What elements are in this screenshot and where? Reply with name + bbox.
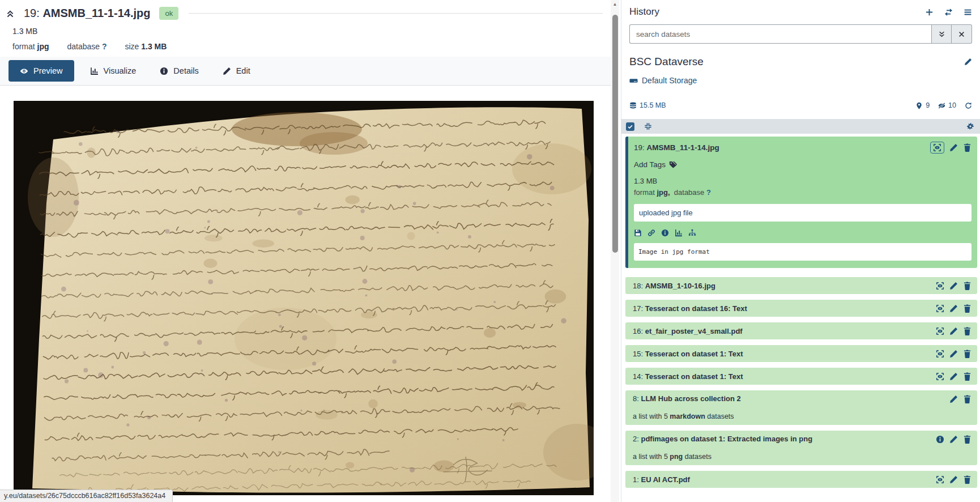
tags-icon [669,161,677,169]
history-item-format: format jpg, database ? [634,188,972,197]
dataset-peek-text: Image in jpg format [634,243,972,261]
history-size[interactable]: 15.5 MB [629,101,666,109]
manuscript-image [14,101,594,495]
collapse-all-icon[interactable] [644,122,652,130]
info-icon [160,67,168,75]
collapse-panel-icon[interactable] [6,9,15,18]
sitemap-icon[interactable] [688,229,696,237]
display-icon[interactable] [936,304,944,313]
history-item[interactable]: 17: Tesseract on dataset 16: Text [625,300,977,317]
tab-details[interactable]: Details [152,60,206,82]
history-item[interactable]: 2: pdfimages on dataset 1: Extracted ima… [625,431,977,465]
link-icon[interactable] [647,229,655,237]
database-link[interactable]: ? [102,42,107,51]
display-dataset-button[interactable] [930,142,944,154]
history-item-title: 15: Tesseract on dataset 1: Text [633,350,743,358]
edit-icon[interactable] [949,327,958,335]
history-item-actions [949,395,972,403]
database-icon [629,102,637,109]
display-icon[interactable] [936,372,944,381]
history-item-actions [936,475,972,484]
history-title: History [629,6,659,18]
history-item[interactable]: 15: Tesseract on dataset 1: Text [625,345,977,362]
history-item-expanded[interactable]: 19: AMSMB_11-1-14.jpg Add Tags [625,137,977,268]
select-all-checkbox[interactable] [626,122,634,131]
selection-toolbar [621,119,980,134]
galaxy-app: 19: AMSMB_11-1-14.jpg ok 1.3 MB format j… [0,0,980,502]
new-history-plus-icon[interactable] [925,8,934,16]
dataset-preview-image [14,101,594,495]
gear-icon[interactable] [966,122,974,130]
history-dataset-list: 19: AMSMB_11-1-14.jpg Add Tags [621,137,980,488]
history-search [629,24,972,44]
edit-icon[interactable] [949,143,958,152]
delete-icon[interactable] [963,143,972,152]
edit-history-name-icon[interactable] [964,58,972,66]
history-item-title: 14: Tesseract on dataset 1: Text [633,372,743,381]
shown-datasets-count[interactable]: 9 [915,101,930,109]
browser-status-url: y.eu/datasets/26c75dcccb616ac82ff16d53fa… [0,490,173,502]
delete-icon[interactable] [963,475,972,484]
tab-visualize[interactable]: Visualize [82,60,144,82]
display-icon[interactable] [936,282,944,290]
history-item[interactable]: 1: EU AI ACT.pdf [625,471,977,488]
delete-icon[interactable] [963,282,972,290]
edit-icon[interactable] [949,304,958,313]
history-item-actions [936,304,972,313]
info-icon[interactable] [936,435,944,444]
edit-icon[interactable] [949,395,958,403]
display-icon[interactable] [936,327,944,335]
delete-icon[interactable] [963,372,972,381]
delete-icon[interactable] [963,395,972,403]
history-item-title: 2: pdfimages on dataset 1: Extracted ima… [633,435,812,443]
history-item[interactable]: 16: et_fair_poster_v4_small.pdf [625,322,977,339]
eye-slash-icon [938,102,945,109]
map-marker-icon [915,102,923,109]
edit-icon[interactable] [949,350,958,358]
delete-icon[interactable] [963,350,972,358]
hidden-datasets-count[interactable]: 10 [938,101,956,109]
chart-icon[interactable] [675,229,683,237]
advanced-search-button[interactable] [931,24,952,44]
tab-edit[interactable]: Edit [215,60,258,82]
search-input[interactable] [629,24,931,44]
edit-icon[interactable] [949,282,958,290]
dataset-info-box: uploaded jpg file [634,204,972,222]
delete-icon[interactable] [963,327,972,335]
close-icon [958,31,965,38]
history-item-actions [936,327,972,335]
display-icon [933,143,941,152]
history-item[interactable]: 14: Tesseract on dataset 1: Text [625,368,977,385]
dataset-main-panel: 19: AMSMB_11-1-14.jpg ok 1.3 MB format j… [0,0,611,502]
dataset-tab-bar: Preview Visualize Details Edit [0,57,611,86]
edit-icon[interactable] [949,435,958,444]
history-item-title: 17: Tesseract on dataset 16: Text [633,304,747,313]
refresh-history-icon[interactable] [965,102,972,109]
display-icon[interactable] [936,350,944,358]
delete-icon[interactable] [963,304,972,313]
edit-icon[interactable] [949,475,958,484]
edit-icon[interactable] [949,372,958,381]
display-icon[interactable] [936,475,944,484]
switch-history-icon[interactable] [944,8,953,16]
history-name: BSC Dataverse [629,56,704,68]
history-item[interactable]: 8: LLM Hub across collection 2a list wit… [625,390,977,425]
scrollbar-thumb[interactable] [612,15,618,253]
history-item[interactable]: 18: AMSMB_1-10-16.jpg [625,277,977,294]
history-item-actions [936,435,972,444]
main-scrollbar[interactable]: ▲ [611,0,619,502]
page-title: 19: AMSMB_11-1-14.jpg [24,7,150,20]
dataset-header: 19: AMSMB_11-1-14.jpg ok [0,0,611,22]
database-link[interactable]: ? [706,188,711,197]
delete-icon[interactable] [963,435,972,444]
save-icon[interactable] [634,229,642,237]
history-item-title: 18: AMSMB_1-10-16.jpg [633,282,715,290]
history-options-menu-icon[interactable] [964,8,972,16]
history-item-size: 1.3 MB [634,177,972,185]
storage-location-link[interactable]: Default Storage [629,76,697,85]
info-icon[interactable] [661,229,669,237]
scroll-up-arrow-icon[interactable]: ▲ [611,1,619,8]
tab-preview[interactable]: Preview [8,60,74,82]
clear-search-button[interactable] [952,24,972,44]
add-tags-button[interactable]: Add Tags [634,160,677,169]
